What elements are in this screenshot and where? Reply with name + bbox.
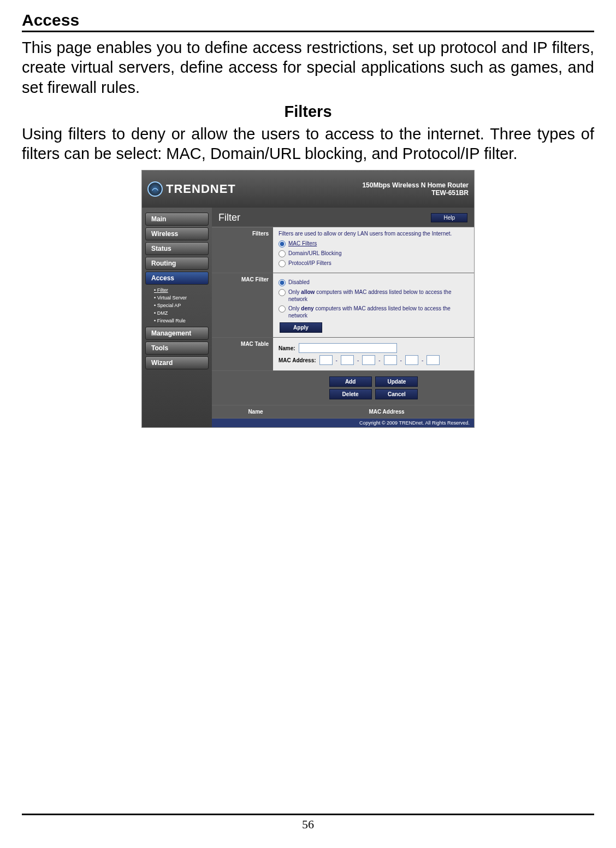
nav-wizard[interactable]: Wizard [145, 356, 209, 369]
page-number: 56 [22, 814, 594, 832]
nav-main[interactable]: Main [145, 213, 209, 226]
router-screenshot: TRENDNET 150Mbps Wireless N Home Router … [141, 170, 475, 428]
mf-allow-radio[interactable] [279, 289, 286, 296]
mf-deny[interactable]: Only deny computers with MAC address lis… [279, 305, 469, 319]
th-name: Name [212, 405, 299, 418]
mf-deny-radio[interactable] [279, 305, 286, 313]
content-area: Filter Help Filters Filters are used to … [212, 208, 474, 427]
apply-button[interactable]: Apply [280, 322, 322, 333]
opt-domain-blocking-radio[interactable] [279, 250, 286, 257]
subnav-virtual-server[interactable]: Virtual Server [150, 294, 212, 302]
mactable-row-label: MAC Table [212, 338, 273, 370]
opt-domain-blocking-label: Domain/URL Blocking [288, 250, 341, 257]
opt-mac-filters-label: MAC Filters [288, 240, 317, 247]
mac-oct-1[interactable] [319, 355, 333, 365]
model-block: 150Mbps Wireless N Home Router TEW-651BR [362, 181, 469, 197]
section-heading: Access [22, 11, 594, 32]
mf-deny-label: Only deny computers with MAC address lis… [288, 305, 469, 319]
router-header: TRENDNET 150Mbps Wireless N Home Router … [142, 170, 474, 208]
delete-button[interactable]: Delete [329, 389, 372, 399]
name-label: Name: [279, 345, 295, 351]
mac-table-header: Name MAC Address [212, 405, 474, 419]
subnav-filter[interactable]: Filter [150, 286, 212, 294]
sub-heading: Filters [22, 103, 594, 121]
sidebar: Main Wireless Status Routing Access Filt… [142, 208, 212, 427]
mac-oct-4[interactable] [384, 355, 397, 365]
page-title: Filter [218, 212, 240, 223]
subnav: Filter Virtual Server Special AP DMZ Fir… [150, 286, 212, 325]
filters-desc: Filters are used to allow or deny LAN us… [279, 231, 469, 237]
mac-sep: - [378, 357, 380, 363]
mac-oct-3[interactable] [362, 355, 375, 365]
update-button[interactable]: Update [375, 376, 418, 387]
brand-logo-icon [147, 181, 163, 197]
opt-protocol-ip[interactable]: Protocol/IP Filters [279, 260, 469, 267]
nav-management[interactable]: Management [145, 327, 209, 340]
mf-disabled-radio[interactable] [279, 279, 286, 286]
mac-sep: - [357, 357, 359, 363]
section-intro: This page enables you to define access r… [22, 38, 594, 97]
brand-block: TRENDNET [147, 181, 236, 197]
nav-tools[interactable]: Tools [145, 341, 209, 355]
nav-routing[interactable]: Routing [145, 257, 209, 270]
subnav-special-ap[interactable]: Special AP [150, 302, 212, 309]
mac-oct-2[interactable] [341, 355, 354, 365]
subnav-dmz[interactable]: DMZ [150, 309, 212, 317]
mf-allow[interactable]: Only allow computers with MAC address li… [279, 288, 469, 303]
filters-row-label: Filters [212, 227, 273, 273]
router-footer: Copyright © 2009 TRENDnet. All Rights Re… [212, 419, 474, 427]
brand-text: TRENDNET [166, 182, 236, 196]
model-line2: TEW-651BR [362, 189, 469, 197]
mf-disabled-label: Disabled [288, 279, 310, 286]
cancel-button[interactable]: Cancel [375, 389, 418, 399]
mac-oct-6[interactable] [427, 355, 440, 365]
mf-disabled[interactable]: Disabled [279, 279, 469, 286]
button-row-spacer [212, 371, 273, 405]
th-mac: MAC Address [299, 405, 474, 418]
mac-label: MAC Address: [279, 357, 316, 363]
mac-sep: - [336, 357, 337, 363]
nav-wireless[interactable]: Wireless [145, 227, 209, 240]
mf-allow-label: Only allow computers with MAC address li… [288, 288, 469, 303]
opt-domain-blocking[interactable]: Domain/URL Blocking [279, 250, 469, 257]
subnav-firewall-rule[interactable]: Firewall Rule [150, 317, 212, 325]
opt-mac-filters[interactable]: MAC Filters [279, 240, 469, 248]
opt-protocol-ip-label: Protocol/IP Filters [288, 260, 331, 267]
help-button[interactable]: Help [431, 213, 467, 222]
opt-protocol-ip-radio[interactable] [279, 260, 286, 267]
name-input[interactable] [299, 343, 397, 353]
add-button[interactable]: Add [329, 376, 372, 387]
sub-intro: Using filters to deny or allow the users… [22, 124, 594, 164]
nav-access[interactable]: Access [145, 272, 209, 285]
mac-sep: - [400, 357, 402, 363]
mac-sep: - [422, 357, 423, 363]
mac-oct-5[interactable] [405, 355, 418, 365]
macfilter-row-label: MAC Filter [212, 273, 273, 337]
model-line1: 150Mbps Wireless N Home Router [362, 181, 469, 189]
nav-status[interactable]: Status [145, 242, 209, 255]
opt-mac-filters-radio[interactable] [279, 240, 286, 248]
